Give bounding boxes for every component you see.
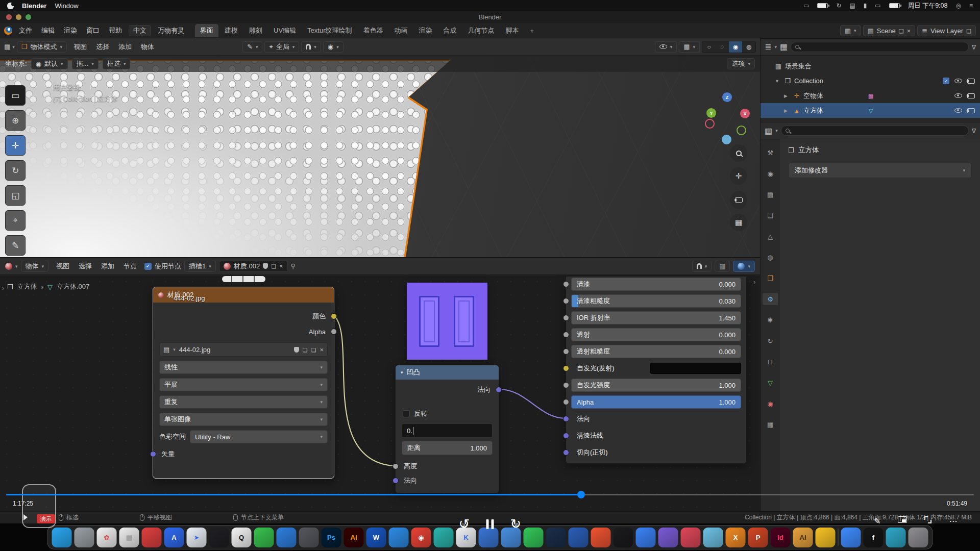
shader-menu[interactable]: 视图 bbox=[52, 260, 74, 272]
use-nodes-checkbox[interactable]: ✓ bbox=[144, 263, 152, 270]
select-mode-selector[interactable]: 框选 bbox=[103, 58, 131, 69]
strength-value-field[interactable]: 0. bbox=[402, 423, 493, 438]
node-dropdown[interactable]: 单张图像 bbox=[159, 413, 328, 426]
hide-eye-icon[interactable] bbox=[954, 108, 962, 113]
dock-wechat[interactable] bbox=[254, 528, 274, 547]
dock-app-red[interactable] bbox=[681, 528, 701, 547]
node-dropdown[interactable]: 重复 bbox=[159, 395, 328, 409]
output-socket[interactable] bbox=[496, 387, 502, 393]
fullscreen-icon[interactable] bbox=[924, 516, 932, 523]
topbar-menu[interactable]: 渲染 bbox=[59, 24, 82, 37]
dock-divider[interactable] bbox=[838, 529, 839, 546]
tab-object-data[interactable]: ▽ bbox=[763, 377, 778, 389]
player-progress-knob[interactable] bbox=[577, 491, 585, 498]
output-socket[interactable] bbox=[331, 329, 337, 335]
hide-eye-icon[interactable] bbox=[954, 93, 962, 98]
options-dropdown[interactable]: 选项 bbox=[727, 58, 755, 69]
input-socket[interactable] bbox=[563, 449, 569, 456]
material-preview-shading[interactable]: ◉ bbox=[729, 41, 742, 53]
scale-tool[interactable]: ◱ bbox=[5, 185, 26, 206]
outliner-row[interactable]: ▶ 空物体 ✓ bbox=[761, 88, 980, 103]
bsdf-input-row[interactable]: 自发光强度1.000 bbox=[571, 379, 741, 392]
region-toggle-icon[interactable]: › bbox=[2, 284, 4, 292]
editor-type-icon[interactable] bbox=[765, 126, 772, 136]
delete-scene-button[interactable] bbox=[907, 27, 911, 35]
node-output-socket-row[interactable]: 法向 bbox=[396, 383, 499, 397]
dock-utility-dark[interactable] bbox=[209, 528, 229, 547]
workspace-tab[interactable]: 雕刻 bbox=[244, 24, 267, 37]
topbar-menu[interactable]: 编辑 bbox=[37, 24, 59, 37]
tab-render[interactable]: ◉ bbox=[763, 167, 778, 180]
more-options-icon[interactable]: ⋯ bbox=[949, 516, 957, 526]
outliner-search-input[interactable] bbox=[791, 42, 969, 52]
dock-app-blue-6[interactable] bbox=[841, 528, 861, 547]
display-mode-icon[interactable] bbox=[780, 42, 788, 52]
dock-launchpad[interactable] bbox=[75, 528, 94, 547]
visibility-dropdown[interactable] bbox=[655, 41, 677, 53]
dock-app-orange[interactable] bbox=[591, 528, 611, 547]
language-button[interactable]: 中文 bbox=[129, 25, 151, 36]
bsdf-input-row[interactable]: Alpha1.000 bbox=[571, 395, 741, 409]
input-socket[interactable] bbox=[563, 348, 569, 355]
viewport-menu[interactable]: 视图 bbox=[69, 41, 91, 53]
dock-chrome[interactable]: ◉ bbox=[411, 528, 431, 547]
tab-constraints[interactable]: ⊔ bbox=[763, 356, 778, 368]
ortho-grid-icon[interactable]: ▦ bbox=[730, 214, 747, 231]
dock-app-lightblue[interactable] bbox=[703, 528, 723, 547]
axis-z[interactable]: Z bbox=[722, 92, 732, 102]
editor-type-icon[interactable] bbox=[4, 43, 10, 51]
filter-icon[interactable] bbox=[972, 126, 976, 135]
input-socket[interactable] bbox=[393, 478, 399, 484]
add-modifier-button[interactable]: 添加修改器 bbox=[788, 163, 972, 178]
menubar-clock[interactable]: 周日 下午9:08 bbox=[908, 2, 948, 10]
dock-app-green[interactable] bbox=[524, 528, 544, 547]
bsdf-input-row[interactable]: 自发光(发射) bbox=[571, 362, 741, 375]
colorspace-dropdown[interactable]: Utility - Raw bbox=[190, 430, 328, 443]
dock-folder[interactable] bbox=[816, 528, 836, 547]
input-socket[interactable] bbox=[563, 281, 569, 287]
dock-app-teal-2[interactable] bbox=[886, 528, 906, 547]
shader-editor[interactable]: 物体 视图选择添加节点 ✓ 使用节点 插槽1 材质.002 ⚲ › › bbox=[0, 257, 760, 511]
duplicate-material-button[interactable] bbox=[271, 262, 276, 270]
zoom-icon[interactable] bbox=[730, 144, 747, 162]
input-socket[interactable] bbox=[563, 332, 569, 338]
viewport-menu[interactable]: 添加 bbox=[114, 41, 136, 53]
workspace-tab[interactable]: + bbox=[525, 25, 539, 37]
rendered-shading[interactable]: ◍ bbox=[742, 41, 755, 53]
input-socket[interactable] bbox=[563, 298, 569, 304]
preview-shading-toggle[interactable] bbox=[733, 261, 755, 272]
node-dropdown[interactable]: 平展 bbox=[159, 378, 328, 391]
distance-slider[interactable]: 距离 1.000 bbox=[402, 441, 493, 455]
render-visibility-icon[interactable] bbox=[967, 108, 975, 113]
viewport-menu[interactable]: 选择 bbox=[91, 41, 114, 53]
material-datablock[interactable]: 材质.002 bbox=[219, 261, 288, 272]
workspace-tab[interactable]: Textur纹理绘制 bbox=[302, 24, 357, 37]
tab-modifiers[interactable]: ⚙ bbox=[763, 293, 778, 305]
unlink-material-button[interactable] bbox=[279, 262, 283, 270]
tab-particles[interactable]: ✱ bbox=[763, 314, 778, 326]
input-socket[interactable] bbox=[563, 399, 569, 405]
principled-bsdf-node[interactable]: 清漆0.000 清漆粗糙度0.030 IOR 折射率1.450 bbox=[566, 276, 747, 464]
duplicate-image-button[interactable] bbox=[303, 346, 308, 354]
tweak-select-tool[interactable]: ▭ bbox=[5, 85, 26, 106]
overlay-toggle[interactable] bbox=[715, 261, 730, 272]
speaker-icon[interactable] bbox=[23, 514, 31, 520]
topbar-menu[interactable]: 文件 bbox=[14, 24, 37, 37]
node-dropdown[interactable]: 线性 bbox=[159, 361, 328, 374]
transform-orientation-selector[interactable]: ⌖全局 bbox=[264, 41, 299, 53]
output-socket[interactable] bbox=[331, 313, 337, 319]
window-menu[interactable]: Window bbox=[55, 2, 78, 10]
zoom-window-button[interactable] bbox=[26, 14, 31, 20]
workspace-tab[interactable]: 脚本 bbox=[500, 24, 524, 37]
dock-dark-f[interactable]: f bbox=[864, 528, 884, 547]
display-icon[interactable]: ▭ bbox=[875, 2, 880, 9]
pan-hand-icon[interactable]: ✛ bbox=[730, 167, 747, 185]
tab-view-layer[interactable]: ❏ bbox=[763, 209, 778, 221]
dock-app-blue-1[interactable] bbox=[277, 528, 297, 547]
shader-menu[interactable]: 节点 bbox=[119, 260, 141, 272]
dock-word[interactable]: W bbox=[366, 528, 386, 547]
dock-app-blue-4[interactable] bbox=[569, 528, 589, 547]
dock-animate[interactable]: Ai bbox=[793, 528, 813, 547]
dock-finder[interactable] bbox=[52, 528, 72, 547]
input-socket[interactable] bbox=[150, 451, 156, 457]
